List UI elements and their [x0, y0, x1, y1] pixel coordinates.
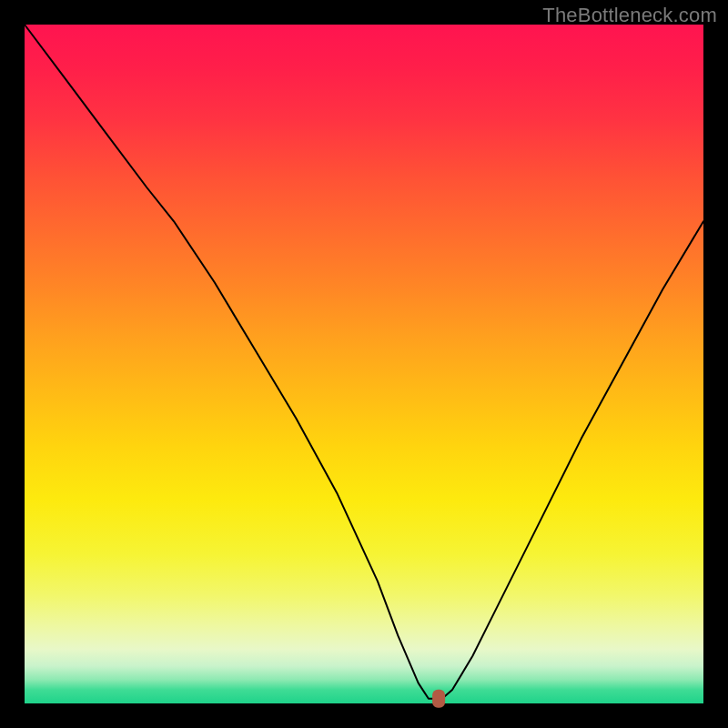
plot-area	[25, 25, 703, 703]
watermark-text: TheBottleneck.com	[542, 4, 717, 27]
bottleneck-curve	[25, 25, 703, 699]
chart-svg	[25, 25, 703, 703]
chart-frame: TheBottleneck.com	[0, 0, 728, 728]
optimum-marker	[432, 690, 445, 708]
